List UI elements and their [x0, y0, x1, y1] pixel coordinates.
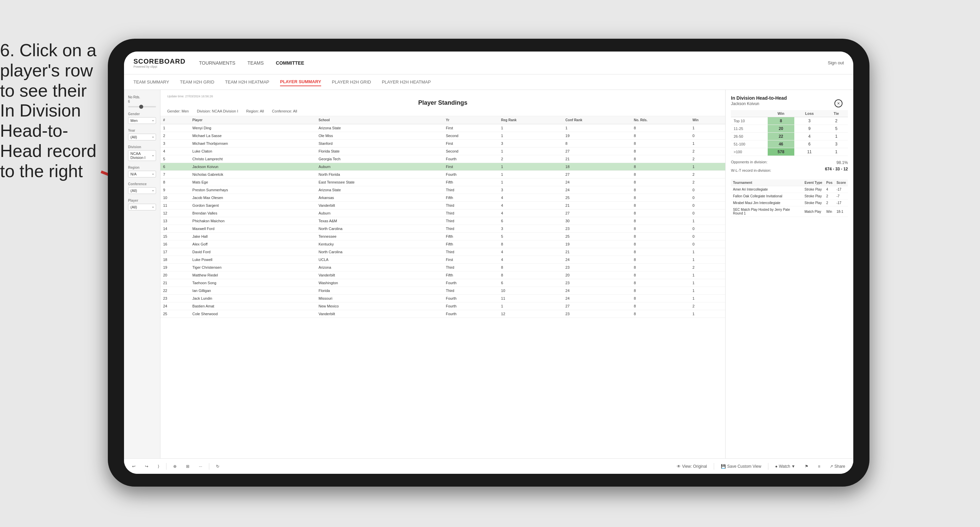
settings-button[interactable]: ≡ — [815, 463, 823, 470]
cell-win: 1 — [690, 295, 725, 302]
table-row[interactable]: 2 Michael La Sasse Ole Miss Second 1 19 … — [161, 132, 725, 140]
table-row[interactable]: 21 Taehoon Song Washington Fourth 6 23 8… — [161, 279, 725, 287]
cell-rds: 8 — [631, 171, 690, 178]
accessibility-button[interactable]: ⚑ — [802, 463, 811, 470]
close-h2h-button[interactable]: × — [834, 99, 843, 108]
cell-player: Jake Hall — [190, 233, 316, 240]
zoom-button[interactable]: ⊕ — [170, 463, 179, 470]
nav-tournaments[interactable]: TOURNAMENTS — [199, 59, 235, 67]
cell-win: 1 — [690, 163, 725, 171]
sign-out-button[interactable]: Sign out — [828, 60, 844, 65]
table-row[interactable]: 5 Christo Lamprecht Georgia Tech Fourth … — [161, 155, 725, 163]
player-value: (All) — [130, 205, 137, 209]
player-chevron-icon: ▾ — [152, 206, 154, 209]
cell-reg: 1 — [498, 148, 563, 155]
table-row[interactable]: 19 Tiger Christensen Arizona Third 8 23 … — [161, 264, 725, 271]
h2h-cell-tie: 5 — [825, 125, 848, 133]
conference-select[interactable]: (All) ▾ — [128, 187, 156, 194]
view-original-button[interactable]: 👁 View: Original — [674, 463, 710, 470]
cell-conf: 1 — [563, 124, 631, 132]
cell-rds: 8 — [631, 202, 690, 210]
cell-rds: 8 — [631, 256, 690, 264]
share-button[interactable]: ↗ Share — [827, 463, 848, 470]
table-row[interactable]: 16 Alex Goff Kentucky Fifth 8 19 8 0 — [161, 240, 725, 248]
sidebar: No Rds. 6 Gender Men ▾ Year — [124, 90, 161, 458]
tab-team-h2h-heatmap[interactable]: TEAM H2H HEATMAP — [225, 78, 269, 86]
cell-reg: 6 — [498, 279, 563, 287]
player-standings-table: # Player School Yr Reg Rank Conf Rank No… — [161, 116, 725, 318]
table-row[interactable]: 3 Michael Thorbjornsen Stanford First 3 … — [161, 140, 725, 148]
year-label: Year — [128, 129, 156, 132]
year-chevron-icon: ▾ — [152, 136, 154, 139]
table-row[interactable]: 15 Jake Hall Tennessee Fifth 5 25 8 0 — [161, 233, 725, 240]
table-row[interactable]: 17 David Ford North Carolina Third 4 21 … — [161, 248, 725, 256]
cell-school: Vanderbilt — [316, 271, 443, 279]
tab-team-h2h-grid[interactable]: TEAM H2H GRID — [180, 78, 214, 86]
table-row[interactable]: 13 Phichaksn Maichon Texas A&M Third 6 3… — [161, 217, 725, 225]
table-row[interactable]: 4 Luke Claton Florida State Second 1 27 … — [161, 148, 725, 155]
more-button[interactable]: ··· — [196, 463, 205, 470]
table-row[interactable]: 20 Matthew Riedel Vanderbilt Fifth 8 20 … — [161, 271, 725, 279]
table-row[interactable]: 22 Ian Gilligan Florida Third 10 24 8 1 — [161, 287, 725, 295]
col-pos: Pos — [824, 179, 834, 186]
cell-reg: 11 — [498, 295, 563, 302]
fit-button[interactable]: ⊞ — [183, 463, 192, 470]
h2h-cell-loss: 11 — [794, 148, 825, 156]
cell-school: Arizona — [316, 264, 443, 271]
watch-button[interactable]: ● Watch ▼ — [772, 463, 798, 470]
undo-button[interactable]: ↩ — [129, 463, 138, 470]
player-select[interactable]: (All) ▾ — [128, 204, 156, 211]
table-row[interactable]: 11 Gordon Sargent Vanderbilt Third 4 21 … — [161, 202, 725, 210]
cell-reg: 10 — [498, 287, 563, 295]
cell-school: Vanderbilt — [316, 310, 443, 318]
cell-conf: 23 — [563, 310, 631, 318]
refresh-button[interactable]: ↻ — [213, 463, 222, 470]
cell-num: 6 — [161, 163, 190, 171]
table-row[interactable]: 24 Bastien Amat New Mexico Fourth 1 27 8… — [161, 302, 725, 310]
table-row[interactable]: 10 Jacob Max Olesen Arkansas Fifth 4 25 … — [161, 194, 725, 202]
tab-player-h2h-heatmap[interactable]: PLAYER H2H HEATMAP — [382, 78, 431, 86]
tab-team-summary[interactable]: TEAM SUMMARY — [134, 78, 169, 86]
no-rds-label: No Rds. — [128, 95, 156, 99]
table-row[interactable]: 1 Wenyi Ding Arizona State First 1 1 8 1 — [161, 124, 725, 132]
col-num: # — [161, 116, 190, 124]
save-custom-label: Save Custom View — [727, 464, 761, 469]
slider-thumb[interactable] — [139, 105, 143, 109]
cell-yr: Third — [443, 225, 498, 233]
table-row[interactable]: 12 Brendan Valles Auburn Third 4 27 8 0 — [161, 210, 725, 217]
table-row[interactable]: 18 Luke Powell UCLA First 4 24 8 1 — [161, 256, 725, 264]
table-row[interactable]: 6 Jackson Koivun Auburn First 1 18 8 1 — [161, 163, 725, 171]
cell-school: Tennessee — [316, 233, 443, 240]
cell-num: 5 — [161, 155, 190, 163]
nav-teams[interactable]: TEAMS — [247, 59, 264, 67]
redo-button[interactable]: ↪ — [142, 463, 151, 470]
gender-select[interactable]: Men ▾ — [128, 117, 156, 124]
nav-committee[interactable]: COMMITTEE — [276, 59, 304, 67]
h2h-row: >100 578 11 1 — [731, 148, 848, 156]
cell-conf: 30 — [563, 217, 631, 225]
division-select[interactable]: NCAA Division I ▾ — [128, 150, 156, 161]
year-select[interactable]: (All) ▾ — [128, 134, 156, 140]
table-row[interactable]: 7 Nicholas Gabrelcik North Florida Fourt… — [161, 171, 725, 178]
cell-rds: 8 — [631, 240, 690, 248]
cell-player: Ian Gilligan — [190, 287, 316, 295]
cell-yr: Fifth — [443, 240, 498, 248]
cell-num: 14 — [161, 225, 190, 233]
tournament-pos: 2 — [824, 200, 834, 206]
table-row[interactable]: 23 Jack Lundin Missouri Fourth 11 24 8 1 — [161, 295, 725, 302]
table-row[interactable]: 14 Maxwell Ford North Carolina Third 3 2… — [161, 225, 725, 233]
cell-conf: 19 — [563, 240, 631, 248]
h2h-cell-label: 11-25 — [731, 125, 768, 133]
tab-player-h2h-grid[interactable]: PLAYER H2H GRID — [332, 78, 371, 86]
cell-conf: 27 — [563, 302, 631, 310]
no-rds-slider[interactable] — [128, 106, 156, 108]
table-row[interactable]: 9 Preston Summerhays Arizona State Third… — [161, 186, 725, 194]
conference-filter: Conference: All — [272, 109, 297, 113]
table-row[interactable]: 25 Cole Sherwood Vanderbilt Fourth 12 23… — [161, 310, 725, 318]
cell-reg: 8 — [498, 271, 563, 279]
tab-player-summary[interactable]: PLAYER SUMMARY — [280, 78, 321, 86]
forward-button[interactable]: ⟩ — [155, 463, 162, 470]
table-row[interactable]: 8 Mats Ege East Tennessee State Fifth 1 … — [161, 178, 725, 186]
save-custom-button[interactable]: 💾 Save Custom View — [718, 463, 764, 470]
region-select[interactable]: N/A ▾ — [128, 171, 156, 178]
